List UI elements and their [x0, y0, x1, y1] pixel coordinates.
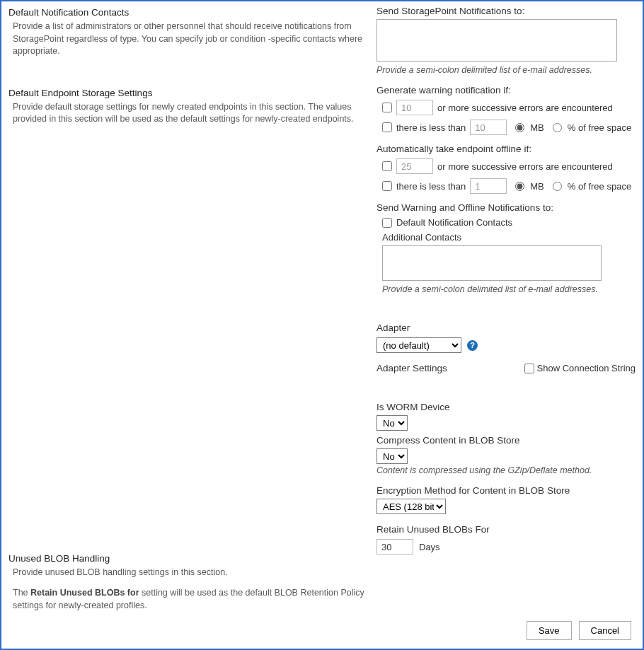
- retain-unit-label: Days: [419, 542, 440, 552]
- offline-mb-label: MB: [530, 181, 544, 192]
- help-icon[interactable]: ?: [467, 340, 478, 351]
- show-connection-string-label: Show Connection String: [537, 363, 636, 373]
- unused-blob-title: Unused BLOB Handling: [8, 552, 367, 564]
- warn-space-pct-radio[interactable]: [553, 123, 562, 132]
- cancel-button[interactable]: Cancel: [579, 621, 631, 640]
- blob-desc2-bold: Retain Unused BLOBs for: [30, 588, 139, 598]
- warn-pct-label: % of free space: [568, 122, 631, 133]
- generate-warning-label: Generate warning notification if:: [376, 85, 636, 95]
- show-connection-string-checkbox[interactable]: [524, 364, 534, 373]
- email-hint-1: Provide a semi-colon delimited list of e…: [376, 65, 636, 75]
- unused-blob-desc1: Provide unused BLOB handling settings in…: [8, 567, 367, 579]
- notifications-to-textarea[interactable]: [376, 19, 617, 62]
- send-notifications-label: Send StoragePoint Notifications to:: [376, 6, 636, 16]
- warn-space-mb-radio[interactable]: [515, 123, 524, 132]
- right-column: Send StoragePoint Notifications to: Prov…: [376, 6, 636, 620]
- encryption-select[interactable]: AES (128 bit): [376, 499, 446, 514]
- warn-errors-checkbox[interactable]: [382, 103, 392, 112]
- offline-mb-radio[interactable]: [515, 182, 524, 191]
- email-hint-2: Provide a semi-colon delimited list of e…: [382, 284, 636, 294]
- endpoint-storage-title: Default Endpoint Storage Settings: [8, 86, 367, 98]
- warn-space-less-than: there is less than: [396, 122, 466, 133]
- worm-select[interactable]: No: [376, 415, 408, 431]
- auto-offline-label: Automatically take endpoint offline if:: [376, 144, 636, 154]
- offline-space-input[interactable]: [470, 178, 507, 194]
- footer-buttons: Save Cancel: [527, 621, 631, 640]
- compress-label: Compress Content in BLOB Store: [376, 435, 636, 446]
- warn-errors-tail: or more successive errors are encountere…: [437, 103, 613, 113]
- warn-mb-label: MB: [530, 122, 544, 133]
- blob-desc2-pre: The: [13, 588, 30, 598]
- endpoint-storage-desc: Provide default storage settings for new…: [8, 101, 367, 126]
- offline-pct-radio[interactable]: [553, 182, 562, 191]
- default-contacts-label: Default Notification Contacts: [396, 217, 512, 228]
- compress-hint: Content is compressed using the GZip/Def…: [376, 465, 636, 475]
- notification-contacts-title: Default Notification Contacts: [8, 6, 367, 18]
- retain-label: Retain Unused BLOBs For: [376, 524, 636, 535]
- offline-space-checkbox[interactable]: [382, 181, 392, 191]
- adapter-select[interactable]: (no default): [376, 337, 461, 353]
- additional-contacts-label: Additional Contacts: [376, 232, 636, 243]
- retain-days-input[interactable]: [376, 539, 413, 555]
- offline-pct-label: % of free space: [568, 181, 631, 192]
- offline-less-than: there is less than: [396, 181, 466, 192]
- warn-space-input[interactable]: [470, 120, 507, 135]
- encryption-label: Encryption Method for Content in BLOB St…: [376, 485, 636, 496]
- offline-errors-input[interactable]: [396, 158, 433, 174]
- offline-errors-tail: or more successive errors are encountere…: [437, 161, 613, 172]
- left-column: Default Notification Contacts Provide a …: [8, 6, 369, 620]
- save-button[interactable]: Save: [527, 621, 572, 640]
- additional-contacts-textarea[interactable]: [382, 245, 602, 281]
- compress-select[interactable]: No: [376, 448, 408, 464]
- worm-label: Is WORM Device: [376, 402, 636, 412]
- warn-errors-input[interactable]: [396, 100, 433, 115]
- settings-panel: Default Notification Contacts Provide a …: [0, 0, 644, 650]
- offline-errors-checkbox[interactable]: [382, 161, 392, 171]
- adapter-label: Adapter: [376, 323, 636, 333]
- notification-contacts-desc: Provide a list of administrators or othe…: [8, 21, 367, 58]
- send-warning-offline-label: Send Warning and Offline Notifications t…: [376, 202, 636, 213]
- default-contacts-checkbox[interactable]: [382, 218, 392, 228]
- unused-blob-desc2: The Retain Unused BLOBs for setting will…: [8, 587, 367, 612]
- warn-space-checkbox[interactable]: [382, 122, 392, 132]
- adapter-settings-label: Adapter Settings: [376, 363, 447, 373]
